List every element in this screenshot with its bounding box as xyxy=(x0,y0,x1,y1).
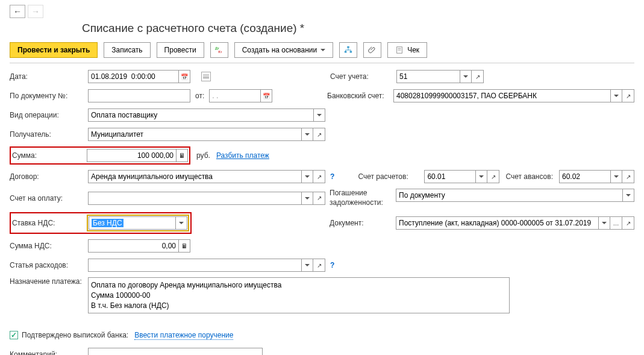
invoice-open[interactable]: ↗ xyxy=(313,192,325,205)
chevron-down-icon xyxy=(320,49,325,51)
purpose-label: Назначение платежа: xyxy=(10,277,88,287)
post-and-close-button[interactable]: Провести и закрыть xyxy=(10,42,98,58)
sum-highlight: Сумма: 🖩 xyxy=(10,146,190,165)
sum-label: Сумма: xyxy=(12,151,87,160)
debtrepay-dropdown[interactable] xyxy=(622,189,634,202)
advanceacc-dropdown[interactable] xyxy=(610,170,622,183)
attachment-button[interactable] xyxy=(363,42,381,58)
account-dropdown[interactable] xyxy=(460,70,472,83)
bankacc-label: Банковский счет: xyxy=(327,92,393,100)
document-label: Документ: xyxy=(330,219,396,227)
nav-forward: → xyxy=(28,5,43,18)
settleacc-input[interactable] xyxy=(424,170,475,183)
advanceacc-input[interactable] xyxy=(559,170,610,183)
advanceacc-open[interactable]: ↗ xyxy=(622,170,634,183)
page-title: Списание с расчетного счета (создание) * xyxy=(82,22,634,35)
paperclip-icon xyxy=(368,46,377,54)
contract-help[interactable]: ? xyxy=(330,172,334,181)
optype-dropdown[interactable] xyxy=(313,108,325,122)
bankacc-open[interactable]: ↗ xyxy=(622,89,634,102)
vatrate-input[interactable]: Без НДС xyxy=(89,216,175,230)
contract-dropdown[interactable] xyxy=(301,170,313,183)
invoice-input[interactable] xyxy=(88,192,301,205)
date-input[interactable] xyxy=(88,70,178,83)
split-payment-link[interactable]: Разбить платеж xyxy=(216,151,269,160)
calculator-icon[interactable]: 🖩 xyxy=(176,149,188,162)
svg-rect-4 xyxy=(350,51,352,53)
structure-button[interactable] xyxy=(339,42,357,58)
settleacc-open[interactable]: ↗ xyxy=(487,170,499,183)
enter-order-link[interactable]: Ввести платежное поручение xyxy=(134,331,233,340)
dt-kt-button[interactable]: ДтКт xyxy=(210,42,228,58)
save-button[interactable]: Записать xyxy=(104,42,150,58)
vatsum-input[interactable] xyxy=(88,239,178,253)
comment-input[interactable] xyxy=(88,348,263,355)
invoice-dropdown[interactable] xyxy=(301,192,313,205)
from-label: от: xyxy=(195,92,204,100)
invoice-label: Счет на оплату: xyxy=(10,194,88,203)
account-label: Счет учета: xyxy=(330,72,396,81)
recipient-label: Получатель: xyxy=(10,130,88,139)
comment-label: Комментарий: xyxy=(10,350,88,355)
date-label: Дата: xyxy=(10,72,88,81)
purpose-textarea[interactable] xyxy=(88,277,510,313)
vatsum-calc-icon[interactable]: 🖩 xyxy=(178,239,190,253)
toolbar: Провести и закрыть Записать Провести ДтК… xyxy=(10,42,634,63)
settleacc-label: Счет расчетов: xyxy=(358,172,424,181)
confirmed-label: Подтверждено выпиской банка: xyxy=(22,331,128,339)
document-more[interactable]: … xyxy=(610,216,622,230)
docnum-label: По документу №: xyxy=(10,92,88,100)
expense-input[interactable] xyxy=(88,259,301,272)
rub-label: руб. xyxy=(196,151,210,160)
receipt-icon xyxy=(395,46,404,54)
settleacc-dropdown[interactable] xyxy=(475,170,487,183)
debtrepay-input[interactable] xyxy=(396,189,622,202)
post-button[interactable]: Провести xyxy=(157,42,204,58)
create-based-button[interactable]: Создать на основании xyxy=(234,42,334,58)
sum-input[interactable] xyxy=(87,149,176,162)
recipient-dropdown[interactable] xyxy=(301,128,313,141)
bankacc-dropdown[interactable] xyxy=(610,89,622,102)
debtrepay-label: Погашение задолженности: xyxy=(330,189,396,207)
svg-rect-3 xyxy=(345,51,347,53)
bankacc-input[interactable] xyxy=(393,89,610,102)
svg-text:Кт: Кт xyxy=(218,49,222,54)
list-icon[interactable] xyxy=(201,72,211,81)
document-dropdown[interactable] xyxy=(598,216,610,230)
confirmed-checkbox[interactable]: ✓ xyxy=(10,331,18,339)
contract-label: Договор: xyxy=(10,172,88,181)
account-open[interactable]: ↗ xyxy=(472,70,484,83)
docdate-calendar-icon[interactable]: 📅 xyxy=(260,89,272,102)
svg-rect-2 xyxy=(347,46,349,48)
recipient-input[interactable] xyxy=(88,128,301,141)
check-button[interactable]: Чек xyxy=(387,42,427,58)
vatrate-label: Ставка НДС: xyxy=(12,219,87,227)
expense-help[interactable]: ? xyxy=(330,261,334,269)
vatsum-label: Сумма НДС: xyxy=(10,242,88,250)
docnum-input[interactable] xyxy=(88,89,190,102)
expense-label: Статья расходов: xyxy=(10,261,88,269)
expense-open[interactable]: ↗ xyxy=(313,259,325,272)
document-open[interactable]: ↗ xyxy=(622,216,634,230)
account-input[interactable] xyxy=(396,70,460,83)
debit-credit-icon: ДтКт xyxy=(215,46,224,54)
recipient-open[interactable]: ↗ xyxy=(313,128,325,141)
tree-icon xyxy=(344,46,352,54)
optype-input[interactable] xyxy=(88,108,313,122)
docdate-input[interactable] xyxy=(209,89,260,102)
vatrate-highlight: Ставка НДС: Без НДС xyxy=(10,212,192,234)
calendar-icon[interactable]: 📅 xyxy=(178,70,190,83)
expense-dropdown[interactable] xyxy=(301,259,313,272)
vatrate-dropdown[interactable] xyxy=(175,216,187,230)
nav-back[interactable]: ← xyxy=(10,5,25,18)
document-input[interactable] xyxy=(396,216,598,230)
contract-input[interactable] xyxy=(88,170,301,183)
advanceacc-label: Счет авансов: xyxy=(505,172,553,181)
optype-label: Вид операции: xyxy=(10,111,88,119)
contract-open[interactable]: ↗ xyxy=(313,170,325,183)
